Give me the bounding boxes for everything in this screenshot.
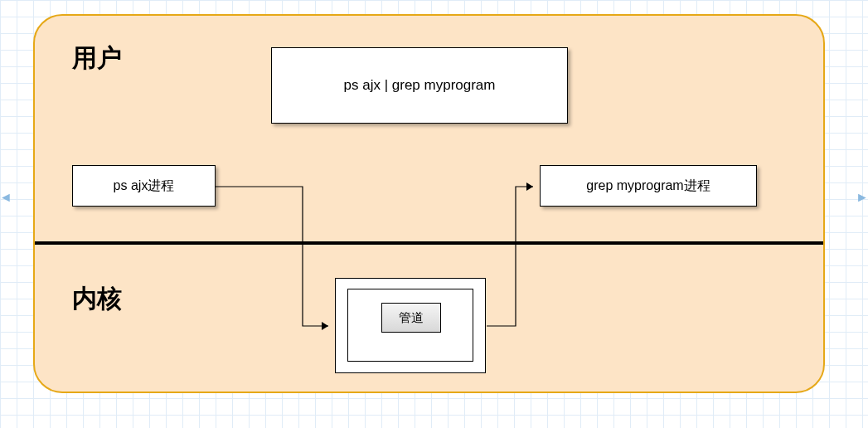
pipe-buffer-inner: 管道 (381, 303, 441, 333)
shell-command-box: ps ajx | grep myprogram (271, 47, 568, 124)
page-arrow-right-icon[interactable]: ► (856, 189, 868, 206)
grep-process-label: grep myprogram进程 (586, 178, 710, 195)
shell-command-text: ps ajx | grep myprogram (344, 77, 496, 94)
pipe-buffer-mid: 管道 (347, 289, 473, 362)
pipe-label: 管道 (399, 310, 424, 326)
user-kernel-divider (35, 241, 823, 245)
diagram-canvas: ◄ ► 用户 内核 ps ajx | grep myprogram ps ajx… (0, 0, 868, 428)
grep-process-box: grep myprogram进程 (540, 165, 757, 207)
kernel-space-title: 内核 (72, 282, 122, 316)
pipe-buffer-outer: 管道 (335, 278, 486, 373)
ps-process-box: ps ajx进程 (72, 165, 216, 207)
page-arrow-left-icon[interactable]: ◄ (0, 189, 12, 206)
ps-process-label: ps ajx进程 (114, 178, 175, 195)
user-space-title: 用户 (72, 41, 122, 75)
